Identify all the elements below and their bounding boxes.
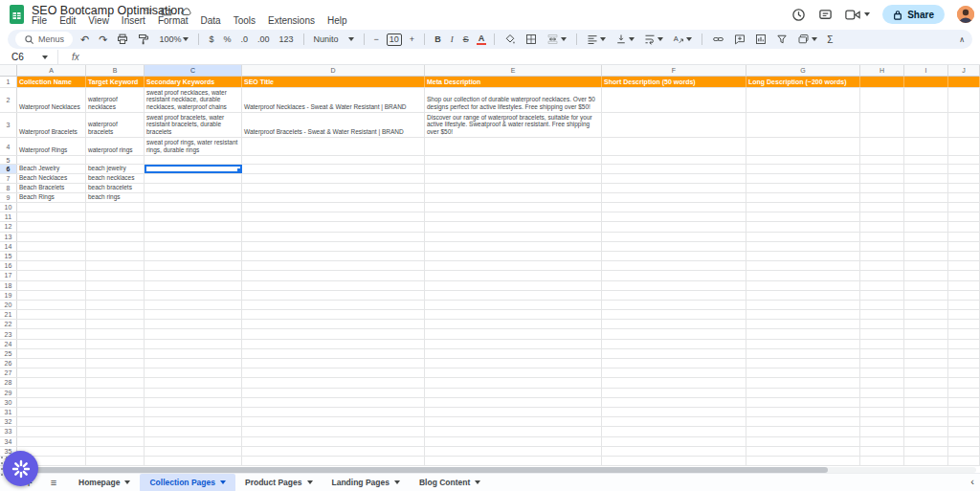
cell-G8[interactable] xyxy=(746,184,860,192)
cell-C35[interactable] xyxy=(145,447,242,456)
cell-J35[interactable] xyxy=(948,447,980,456)
side-panel-collapse-button[interactable]: ‹ xyxy=(970,476,974,487)
cell-H13[interactable] xyxy=(860,233,904,241)
floating-app-button[interactable] xyxy=(3,451,38,486)
cell-E29[interactable] xyxy=(425,389,602,397)
cell-B30[interactable] xyxy=(86,398,145,407)
menu-data[interactable]: Data xyxy=(201,15,221,26)
cell-D30[interactable] xyxy=(242,398,425,407)
cell-A30[interactable] xyxy=(17,398,86,407)
cell-F1[interactable]: Short Description (50 words) xyxy=(602,77,746,87)
cell-I2[interactable] xyxy=(904,88,948,112)
cell-D25[interactable] xyxy=(242,349,425,358)
cell-H28[interactable] xyxy=(860,378,904,387)
cell-C18[interactable] xyxy=(145,281,242,290)
sheet-tab-collection-pages[interactable]: Collection Pages xyxy=(140,474,235,491)
cell-C10[interactable] xyxy=(145,203,242,212)
cell-C2[interactable]: sweat proof necklaces, water resistant n… xyxy=(145,88,242,112)
cell-D17[interactable] xyxy=(242,271,425,279)
cell-I10[interactable] xyxy=(904,203,948,212)
borders-button[interactable] xyxy=(523,33,539,45)
column-header-B[interactable]: B xyxy=(86,65,145,77)
cell-I22[interactable] xyxy=(904,320,948,328)
cell-B18[interactable] xyxy=(86,281,145,290)
cell-E1[interactable]: Meta Description xyxy=(425,77,602,87)
cell-E20[interactable] xyxy=(425,301,602,309)
cell-B21[interactable] xyxy=(86,310,145,319)
cell-F15[interactable] xyxy=(602,252,746,260)
cell-I5[interactable] xyxy=(904,156,948,164)
font-select[interactable]: Nunito xyxy=(312,34,356,44)
cell-D34[interactable] xyxy=(242,437,425,446)
print-button[interactable] xyxy=(115,33,130,45)
insert-comment-button[interactable] xyxy=(732,33,747,45)
bold-button[interactable]: B xyxy=(433,34,443,44)
cell-I3[interactable] xyxy=(904,113,948,137)
comment-history-icon[interactable] xyxy=(818,8,833,22)
cell-G25[interactable] xyxy=(746,349,860,358)
cell-G29[interactable] xyxy=(746,389,860,397)
cell-D12[interactable] xyxy=(242,222,425,231)
cell-A28[interactable] xyxy=(17,378,86,387)
cell-I29[interactable] xyxy=(904,389,948,397)
cell-D15[interactable] xyxy=(242,252,425,260)
row-header-32[interactable]: 32 xyxy=(0,417,17,426)
cell-H29[interactable] xyxy=(860,389,904,397)
cell-H6[interactable] xyxy=(860,165,904,173)
cell-F2[interactable] xyxy=(602,88,746,112)
cell-C26[interactable] xyxy=(145,359,242,368)
cell-B27[interactable] xyxy=(86,368,145,377)
cell-F22[interactable] xyxy=(602,320,746,328)
cell-G36[interactable] xyxy=(746,457,860,465)
cell-F21[interactable] xyxy=(602,310,746,319)
cell-G3[interactable] xyxy=(746,113,860,137)
row-header-31[interactable]: 31 xyxy=(0,408,17,416)
cell-I6[interactable] xyxy=(904,165,948,173)
strikethrough-button[interactable]: S xyxy=(461,34,471,44)
cell-J13[interactable] xyxy=(948,233,980,241)
cell-B13[interactable] xyxy=(86,233,145,241)
cell-B16[interactable] xyxy=(86,261,145,270)
cell-B8[interactable]: beach bracelets xyxy=(86,184,145,192)
cell-D23[interactable] xyxy=(242,329,425,338)
cell-H12[interactable] xyxy=(860,222,904,231)
cell-F27[interactable] xyxy=(602,368,746,377)
cell-D33[interactable] xyxy=(242,427,425,435)
cell-E25[interactable] xyxy=(425,349,602,358)
cell-I19[interactable] xyxy=(904,291,948,300)
cell-I18[interactable] xyxy=(904,281,948,290)
cell-A9[interactable]: Beach Rings xyxy=(17,193,86,202)
cell-C19[interactable] xyxy=(145,291,242,300)
cell-E35[interactable] xyxy=(425,447,602,456)
cell-B31[interactable] xyxy=(86,408,145,416)
cell-G12[interactable] xyxy=(746,222,860,231)
cell-F4[interactable] xyxy=(602,138,746,155)
cell-C23[interactable] xyxy=(145,329,242,338)
cell-J36[interactable] xyxy=(948,457,980,465)
cell-G15[interactable] xyxy=(746,252,860,260)
cell-J23[interactable] xyxy=(948,329,980,338)
cell-A4[interactable]: Waterproof Rings xyxy=(17,138,86,155)
cell-C3[interactable]: sweat proof bracelets, water resistant b… xyxy=(145,113,242,137)
cell-I9[interactable] xyxy=(904,193,948,202)
cell-H34[interactable] xyxy=(860,437,904,446)
cell-H9[interactable] xyxy=(860,193,904,202)
cell-I7[interactable] xyxy=(904,174,948,183)
cell-I23[interactable] xyxy=(904,329,948,338)
horizontal-align-caret[interactable] xyxy=(600,37,606,41)
cell-G17[interactable] xyxy=(746,271,860,279)
column-header-E[interactable]: E xyxy=(425,65,602,77)
cell-A26[interactable] xyxy=(17,359,86,368)
cell-G4[interactable] xyxy=(746,138,860,155)
cell-G6[interactable] xyxy=(746,165,860,173)
cell-J26[interactable] xyxy=(948,359,980,368)
cell-H25[interactable] xyxy=(860,349,904,358)
all-sheets-button[interactable]: ≡ xyxy=(46,477,61,488)
cell-H26[interactable] xyxy=(860,359,904,368)
cell-E33[interactable] xyxy=(425,427,602,435)
row-header-10[interactable]: 10 xyxy=(0,203,17,212)
sheet-tab-caret[interactable] xyxy=(307,480,313,484)
cell-B33[interactable] xyxy=(86,427,145,435)
cell-A2[interactable]: Waterproof Necklaces xyxy=(17,88,86,112)
cell-G24[interactable] xyxy=(746,340,860,348)
